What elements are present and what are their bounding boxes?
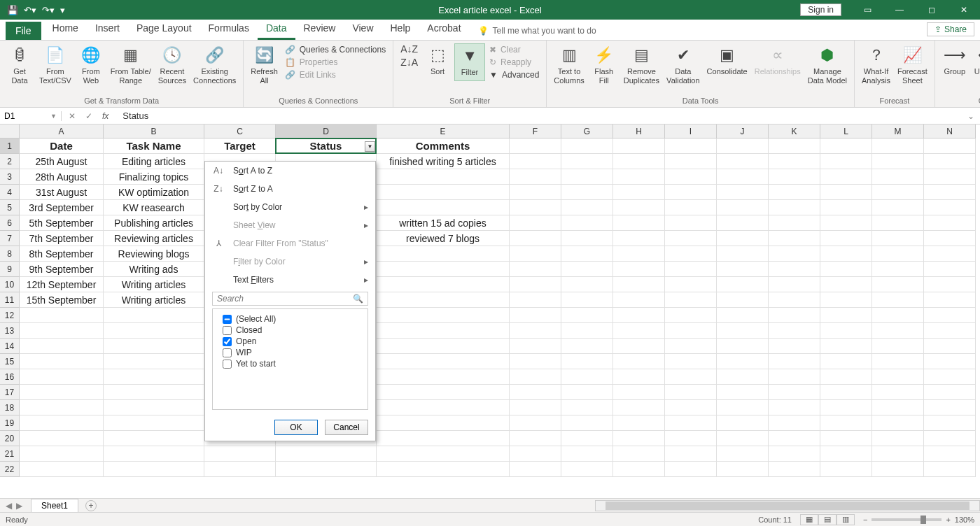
cell[interactable]: [820, 292, 872, 308]
cell[interactable]: [665, 369, 717, 385]
cell[interactable]: [665, 200, 717, 215]
save-icon[interactable]: 💾: [7, 5, 18, 15]
cell[interactable]: KW reasearch: [104, 200, 204, 215]
what-if-button[interactable]: ？What-If Analysis: [859, 43, 893, 87]
existing-connections-button[interactable]: 🔗Existing Connections: [190, 43, 239, 87]
cell[interactable]: [820, 200, 872, 215]
cell[interactable]: [769, 339, 820, 354]
cell[interactable]: [820, 308, 872, 323]
cell[interactable]: [820, 246, 872, 262]
row-header[interactable]: 18: [0, 400, 20, 415]
cell[interactable]: [104, 462, 204, 477]
cell[interactable]: [924, 185, 976, 200]
cell[interactable]: [665, 354, 717, 369]
cell[interactable]: [510, 169, 561, 185]
get-data-button[interactable]: 🛢Get Data: [4, 43, 35, 87]
tab-file[interactable]: File: [6, 22, 41, 40]
cell[interactable]: KW optimization: [104, 185, 204, 200]
cell[interactable]: [820, 231, 872, 246]
cell[interactable]: [561, 200, 613, 215]
cell[interactable]: [717, 385, 769, 400]
select-all-triangle[interactable]: [0, 125, 20, 138]
cell[interactable]: [665, 277, 717, 292]
cell[interactable]: [377, 185, 510, 200]
cell[interactable]: [613, 277, 665, 292]
cell[interactable]: [20, 462, 104, 477]
cell[interactable]: [924, 308, 976, 323]
row-header[interactable]: 2: [0, 154, 20, 169]
cell[interactable]: [20, 431, 104, 446]
cell[interactable]: [769, 200, 820, 215]
cell[interactable]: [820, 431, 872, 446]
cell[interactable]: [717, 462, 769, 477]
formula-value[interactable]: Status: [115, 111, 148, 121]
cell[interactable]: [561, 385, 613, 400]
tell-me[interactable]: 💡 Tell me what you want to do: [470, 22, 605, 40]
filter-checkbox[interactable]: [223, 348, 232, 357]
row-header[interactable]: 1: [0, 138, 20, 154]
row-header[interactable]: 13: [0, 323, 20, 339]
cell[interactable]: [510, 339, 561, 354]
cell[interactable]: [820, 277, 872, 292]
cell[interactable]: [613, 262, 665, 277]
column-header[interactable]: G: [561, 125, 613, 138]
cell[interactable]: [769, 415, 820, 431]
cell[interactable]: [510, 415, 561, 431]
spreadsheet-grid[interactable]: ABCDEFGHIJKLMN 1234567891011121314151617…: [0, 125, 980, 498]
consolidate-button[interactable]: ▣Consolidate: [704, 43, 750, 87]
row-header[interactable]: 7: [0, 231, 20, 246]
cell[interactable]: 9th September: [20, 262, 104, 277]
cell[interactable]: [820, 369, 872, 385]
cell[interactable]: 31st August: [20, 185, 104, 200]
cell[interactable]: Target: [204, 138, 276, 154]
cell[interactable]: [510, 246, 561, 262]
cell[interactable]: [613, 369, 665, 385]
cell[interactable]: [561, 169, 613, 185]
cell[interactable]: [717, 339, 769, 354]
data-validation-button[interactable]: ✔Data Validation: [664, 43, 703, 87]
cell[interactable]: [924, 415, 976, 431]
column-header[interactable]: I: [665, 125, 717, 138]
cell[interactable]: [769, 308, 820, 323]
cell[interactable]: [665, 431, 717, 446]
column-header[interactable]: A: [20, 125, 104, 138]
cell[interactable]: [561, 154, 613, 169]
cell[interactable]: [924, 354, 976, 369]
cell[interactable]: [924, 215, 976, 231]
cell[interactable]: [377, 277, 510, 292]
signin-button[interactable]: Sign in: [800, 3, 841, 16]
remove-duplicates-button[interactable]: ▤Remove Duplicates: [621, 43, 662, 87]
cell[interactable]: [561, 462, 613, 477]
column-header[interactable]: D: [276, 125, 377, 138]
cell[interactable]: [872, 215, 924, 231]
cell[interactable]: [665, 246, 717, 262]
cell[interactable]: [613, 169, 665, 185]
cell[interactable]: [665, 446, 717, 462]
row-header[interactable]: 21: [0, 446, 20, 462]
cell[interactable]: [276, 446, 377, 462]
tab-formulas[interactable]: Formulas: [200, 18, 258, 40]
cell[interactable]: [924, 323, 976, 339]
cell[interactable]: [510, 400, 561, 415]
cell[interactable]: [665, 169, 717, 185]
cell[interactable]: [717, 154, 769, 169]
cell[interactable]: [613, 231, 665, 246]
cell[interactable]: Reviewing articles: [104, 231, 204, 246]
cell[interactable]: [717, 369, 769, 385]
row-headers[interactable]: 12345678910111213141516171819202122: [0, 138, 20, 477]
cell[interactable]: [924, 462, 976, 477]
flash-fill-button[interactable]: ⚡Flash Fill: [589, 43, 620, 87]
cell[interactable]: [769, 262, 820, 277]
cell[interactable]: [665, 400, 717, 415]
cell[interactable]: [872, 446, 924, 462]
cell[interactable]: [820, 400, 872, 415]
filter-checkbox[interactable]: [223, 337, 232, 346]
cell[interactable]: [561, 339, 613, 354]
cell[interactable]: [717, 169, 769, 185]
cell[interactable]: [377, 385, 510, 400]
expand-formula-bar-icon[interactable]: ⌄: [967, 111, 980, 121]
cell[interactable]: [924, 200, 976, 215]
cell[interactable]: [104, 385, 204, 400]
cell[interactable]: [872, 277, 924, 292]
sort-by-color[interactable]: Sort by Color▸: [205, 198, 375, 216]
